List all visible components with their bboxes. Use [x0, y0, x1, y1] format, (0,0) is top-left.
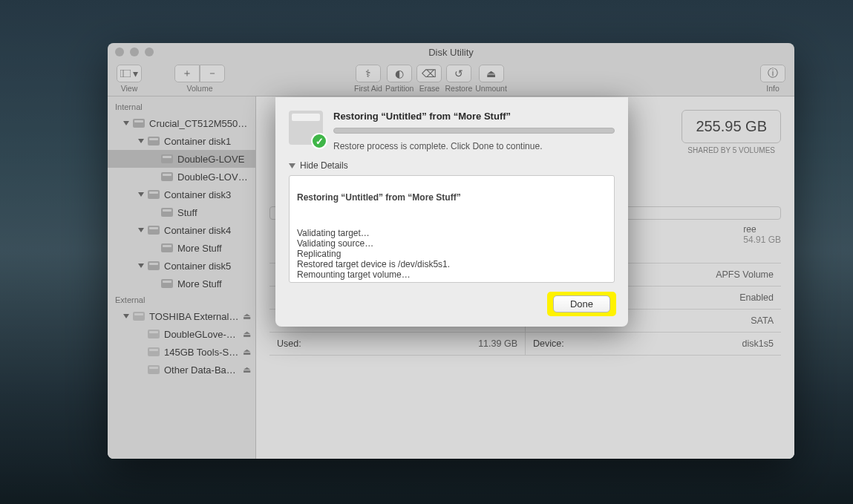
details-toggle[interactable]: Hide Details [289, 160, 615, 171]
drive-icon: ✓ [289, 111, 323, 145]
restore-sheet: ✓ Restoring “Untitled” from “More Stuff”… [275, 97, 628, 327]
log-body: Validating target… Validating source… Re… [297, 228, 450, 280]
svg-marker-8 [289, 163, 295, 168]
done-highlight: Done [549, 293, 615, 315]
log-title: Restoring “Untitled” from “More Stuff” [297, 192, 607, 203]
sheet-title: Restoring “Untitled” from “More Stuff” [333, 111, 615, 122]
disclosure-down-icon [289, 163, 295, 169]
done-button[interactable]: Done [553, 295, 610, 312]
checkmark-icon: ✓ [311, 133, 327, 149]
details-log: Restoring “Untitled” from “More Stuff” V… [289, 175, 615, 283]
progress-bar [333, 128, 615, 134]
sheet-message: Restore process is complete. Click Done … [333, 141, 615, 151]
details-toggle-label: Hide Details [300, 160, 348, 171]
